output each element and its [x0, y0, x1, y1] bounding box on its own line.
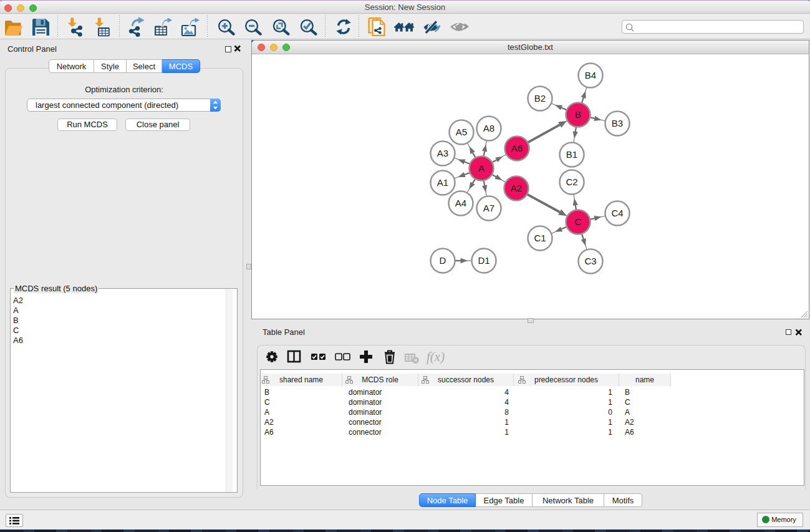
svg-text:D1: D1	[478, 255, 489, 266]
svg-text:A3: A3	[437, 148, 448, 158]
svg-text:C1: C1	[534, 233, 546, 243]
svg-text:A4: A4	[455, 198, 466, 208]
svg-text:A2: A2	[511, 183, 522, 193]
svg-text:f(x): f(x)	[427, 349, 445, 364]
svg-text:A8: A8	[483, 123, 494, 133]
svg-text:C3: C3	[584, 256, 596, 266]
svg-text:B3: B3	[612, 118, 623, 128]
svg-text:D: D	[440, 255, 446, 266]
svg-text:A5: A5	[456, 127, 467, 137]
svg-text:A6: A6	[511, 143, 523, 153]
svg-text:A7: A7	[483, 203, 494, 213]
svg-text:C4: C4	[611, 208, 623, 218]
svg-text:C2: C2	[566, 177, 577, 187]
svg-text:C: C	[575, 216, 582, 227]
svg-text:B1: B1	[566, 149, 577, 160]
svg-text:B4: B4	[585, 70, 596, 80]
svg-text:B: B	[575, 109, 581, 120]
svg-text:B2: B2	[534, 93, 546, 104]
svg-text:A1: A1	[437, 177, 448, 188]
svg-text:A: A	[478, 163, 485, 173]
